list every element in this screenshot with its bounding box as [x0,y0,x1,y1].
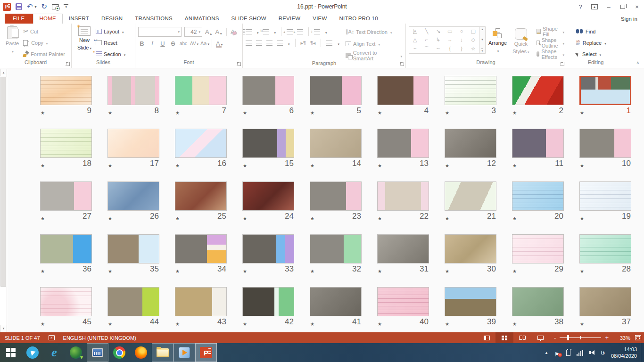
columns-icon[interactable] [326,41,332,46]
slide-thumbnail[interactable] [310,234,362,263]
transition-star-icon[interactable]: ★ [108,216,111,221]
format-painter-button[interactable]: Format Painter [22,49,66,59]
slide-thumbnail[interactable] [579,129,631,158]
slide-thumbnail[interactable] [512,287,564,316]
tab-slide-show[interactable]: SLIDE SHOW [225,14,272,24]
slide-thumbnail[interactable] [107,181,159,211]
align-right-icon[interactable] [266,41,272,46]
transition-star-icon[interactable]: ★ [175,163,179,168]
shape-icon[interactable]: ∼ [436,46,440,52]
slide-thumbnail[interactable] [175,129,227,158]
transition-star-icon[interactable]: ★ [108,269,111,274]
slide-thumbnail[interactable] [310,181,362,211]
zoom-percentage[interactable]: 33% [613,335,630,341]
slide-thumbnail[interactable] [445,181,496,211]
slide-thumbnail[interactable] [445,234,496,263]
minimize-button[interactable]: – [602,1,616,12]
transition-star-icon[interactable]: ★ [41,163,44,168]
transition-star-icon[interactable]: ★ [41,321,44,327]
select-button[interactable]: Select [575,49,608,59]
italic-button[interactable]: I [149,40,156,47]
slide-thumbnail[interactable] [445,76,496,105]
transition-star-icon[interactable]: ★ [378,216,381,221]
transition-star-icon[interactable]: ★ [108,321,111,327]
arrange-button[interactable]: Arrange [486,25,510,59]
new-slide-button[interactable]: New Slide [74,25,94,59]
slide-thumbnail[interactable] [512,76,564,105]
transition-star-icon[interactable]: ★ [580,321,583,327]
layout-button[interactable]: Layout [94,26,127,36]
transition-star-icon[interactable]: ★ [580,163,583,168]
start-button[interactable] [0,343,22,362]
undo-dropdown-icon[interactable]: ▾ [35,5,37,9]
slide-thumbnail[interactable] [579,76,631,105]
collapse-ribbon-icon[interactable]: ∧ [636,60,639,65]
convert-to-smartart-button[interactable]: Convert to SmartArt [344,50,404,60]
transition-star-icon[interactable]: ★ [175,321,179,327]
reset-button[interactable]: Reset [94,38,127,48]
replace-button[interactable]: abac Replace [575,38,608,48]
shape-icon[interactable]: ☆ [471,46,476,52]
slide-thumbnail[interactable] [107,76,159,105]
slide-thumbnail[interactable] [377,234,429,263]
slide-thumbnail[interactable] [377,181,429,211]
paste-button[interactable]: Paste [3,25,22,59]
taskbar-media-player[interactable] [173,343,195,362]
transition-star-icon[interactable]: ★ [378,269,381,274]
transition-star-icon[interactable]: ★ [243,269,246,274]
shape-icon[interactable]: → [447,37,453,42]
tab-review[interactable]: REVIEW [272,14,307,24]
clipboard-dialog-launcher-icon[interactable] [66,62,70,66]
shape-effects-button[interactable]: Shape Effects [535,49,566,59]
shape-icon[interactable]: ╲ [425,28,429,34]
shapes-scroll-up-icon[interactable]: ▲ [481,28,484,31]
slide-thumbnail[interactable] [175,76,227,105]
redo-icon[interactable]: ↻ [41,3,48,10]
shapes-gallery[interactable]: A╲↘▭○▢△⌐↳→↓◇~⌒∼{}☆ [409,26,479,54]
copy-button[interactable]: Copy [22,38,66,48]
slide-thumbnail[interactable] [377,129,429,158]
justify-icon[interactable] [277,41,283,46]
paragraph-dialog-launcher-icon[interactable] [400,62,404,66]
slide-show-button[interactable] [531,332,549,343]
taskbar-chrome[interactable] [108,343,130,362]
normal-view-button[interactable] [478,332,495,343]
paste-dropdown-icon[interactable] [11,48,14,54]
transition-star-icon[interactable]: ★ [512,321,516,327]
slide-thumbnail[interactable] [242,234,294,263]
tab-home[interactable]: HOME [33,14,63,24]
close-button[interactable]: × [630,1,644,12]
align-left-icon[interactable] [246,41,252,46]
scroll-up-icon[interactable]: ▲ [0,69,7,76]
shapes-more-icon[interactable]: ▾ [481,49,483,52]
transition-star-icon[interactable]: ★ [108,110,111,115]
align-center-icon[interactable] [256,41,262,46]
shape-icon[interactable]: ↓ [460,37,463,42]
zoom-slider-thumb[interactable] [567,335,569,340]
transition-star-icon[interactable]: ★ [41,110,44,115]
slide-thumbnail[interactable] [242,287,294,316]
underline-button[interactable]: U [159,40,166,47]
transition-star-icon[interactable]: ★ [378,110,381,115]
shape-icon[interactable]: ~ [413,46,416,51]
ribbon-display-options-button[interactable]: ▲ [587,1,602,12]
shape-icon[interactable]: ↘ [436,28,440,34]
text-direction-button[interactable]: ∥A↕ Text Direction [344,27,404,37]
numbering-dropdown-icon[interactable] [273,27,276,36]
justify-dropdown-icon[interactable] [287,39,290,47]
slide-thumbnail[interactable] [512,181,564,211]
shape-icon[interactable]: A [413,29,417,34]
increase-indent-icon[interactable] [297,29,303,34]
show-desktop-button[interactable] [641,343,644,362]
font-size-combo[interactable]: 42▾ [184,27,202,37]
decrease-indent-icon[interactable] [287,29,293,34]
drawing-dialog-launcher-icon[interactable] [560,62,564,66]
transition-star-icon[interactable]: ★ [41,216,44,221]
slide-thumbnail[interactable] [512,129,564,158]
slide-thumbnail[interactable] [579,234,631,263]
slide-thumbnail[interactable] [512,234,564,263]
tab-transitions[interactable]: TRANSITIONS [129,14,179,24]
transition-star-icon[interactable]: ★ [512,216,516,221]
slide-thumbnail[interactable] [107,129,159,158]
find-button[interactable]: Find [575,26,608,36]
